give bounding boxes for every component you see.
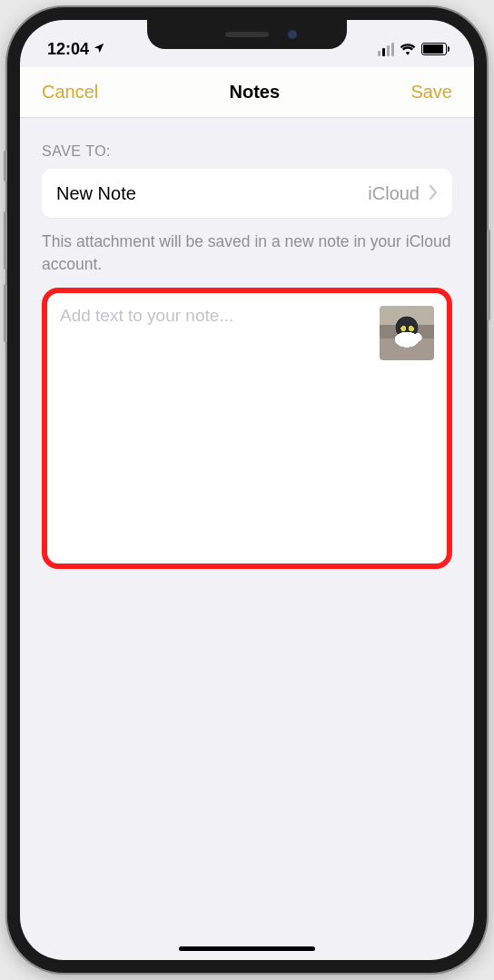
status-right xyxy=(378,43,447,56)
volume-up-button[interactable] xyxy=(4,211,7,270)
front-camera xyxy=(288,30,297,39)
clock: 12:04 xyxy=(47,40,89,59)
page-title: Notes xyxy=(230,82,281,103)
save-to-label: SAVE TO: xyxy=(42,143,452,160)
power-button[interactable] xyxy=(487,230,490,320)
note-placeholder: Add text to your note... xyxy=(60,306,434,326)
attachment-image xyxy=(380,306,434,360)
status-left: 12:04 xyxy=(47,40,105,59)
content: SAVE TO: New Note iCloud This attachment… xyxy=(20,118,474,569)
save-button[interactable]: Save xyxy=(410,82,452,103)
cellular-icon xyxy=(378,43,394,56)
phone-frame: 12:04 Cancel Notes Save SAVE TO: xyxy=(7,7,487,973)
help-text: This attachment will be saved in a new n… xyxy=(42,230,452,275)
home-indicator[interactable] xyxy=(179,946,315,951)
destination-name: New Note xyxy=(56,183,136,204)
destination-row[interactable]: New Note iCloud xyxy=(42,169,452,218)
mute-switch[interactable] xyxy=(4,151,7,181)
wifi-icon xyxy=(400,43,416,55)
destination-account: iCloud xyxy=(368,183,420,204)
destination-account-wrap: iCloud xyxy=(368,183,438,204)
chevron-right-icon xyxy=(429,183,438,204)
nav-bar: Cancel Notes Save xyxy=(20,67,474,118)
location-icon xyxy=(93,40,105,59)
screen: 12:04 Cancel Notes Save SAVE TO: xyxy=(20,20,474,960)
speaker xyxy=(225,32,269,37)
cancel-button[interactable]: Cancel xyxy=(42,82,98,103)
attachment-thumbnail[interactable] xyxy=(380,306,434,360)
notch xyxy=(147,20,347,49)
note-input-area[interactable]: Add text to your note... xyxy=(42,288,452,569)
battery-icon xyxy=(421,43,447,55)
volume-down-button[interactable] xyxy=(4,284,7,342)
